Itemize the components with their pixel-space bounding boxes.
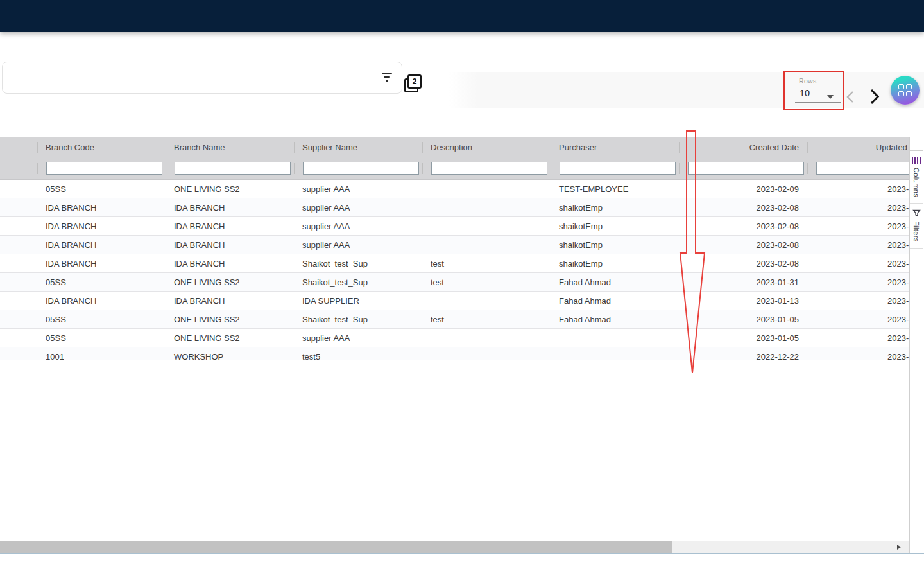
cell-row-select	[0, 180, 37, 198]
column-header-label: Branch Name	[174, 143, 225, 152]
table-row[interactable]: IDA BRANCHIDA BRANCHsupplier AAAshaikotE…	[0, 198, 909, 217]
column-header-updated-date[interactable]: Updated Date	[807, 137, 909, 158]
scrollbar-thumb[interactable]	[0, 541, 672, 553]
table-row[interactable]: 1001WORKSHOPtest52022-12-222023-	[0, 347, 909, 360]
cell-branch-code: 05SS	[37, 180, 166, 198]
cell-row-select	[0, 292, 37, 310]
vertical-scrollbar-stub[interactable]	[910, 137, 923, 151]
grid-header-row: Branch CodeBranch NameSupplier NameDescr…	[0, 137, 909, 158]
rows-per-page-select[interactable]: 10	[795, 87, 841, 103]
filter-input-branch-code[interactable]	[46, 162, 162, 175]
cell-updated-date: 2023-	[807, 347, 909, 360]
cell-updated-date: 2023-	[807, 292, 909, 310]
table-row[interactable]: IDA BRANCHIDA BRANCHShaikot_test_Suptest…	[0, 254, 909, 273]
column-header-row-select[interactable]	[0, 137, 37, 158]
cell-supplier-name: supplier AAA	[294, 236, 422, 254]
cell-updated-date: 2023-	[807, 310, 909, 328]
cell-branch-code: 05SS	[37, 273, 166, 291]
filter-cell[interactable]	[37, 158, 166, 179]
cell-branch-code: IDA BRANCH	[37, 254, 166, 272]
cell-branch-code: 1001	[37, 347, 166, 360]
scroll-right-arrow-icon[interactable]	[897, 545, 901, 550]
column-header-supplier-name[interactable]: Supplier Name	[294, 137, 422, 158]
column-header-label: Purchaser	[559, 143, 597, 152]
cell-row-select	[0, 329, 37, 347]
cell-branch-name: IDA BRANCH	[166, 254, 294, 272]
cell-row-select	[0, 273, 37, 291]
cell-supplier-name: supplier AAA	[294, 198, 422, 216]
cell-branch-name: ONE LIVING SS2	[166, 180, 294, 198]
apps-grid-button[interactable]	[891, 76, 920, 105]
grid-bottom-border	[0, 553, 924, 554]
funnel-icon	[912, 209, 921, 217]
horizontal-scrollbar[interactable]	[0, 541, 909, 553]
cell-created-date: 2023-01-05	[679, 329, 807, 347]
cell-purchaser: shaikotEmp	[551, 217, 679, 235]
search-box[interactable]	[2, 62, 402, 94]
table-row[interactable]: IDA BRANCHIDA BRANCHsupplier AAAshaikotE…	[0, 236, 909, 254]
table-row[interactable]: IDA BRANCHIDA BRANCHsupplier AAAshaikotE…	[0, 217, 909, 236]
column-header-branch-code[interactable]: Branch Code	[37, 137, 166, 158]
cell-purchaser	[551, 347, 679, 360]
next-page-button[interactable]	[868, 88, 882, 105]
cell-branch-code: IDA BRANCH	[37, 292, 166, 310]
badge-count: 2	[407, 74, 422, 89]
cell-created-date: 2023-02-08	[679, 198, 807, 216]
cell-branch-name: IDA BRANCH	[166, 198, 294, 216]
column-bars-icon	[912, 157, 921, 164]
filter-input-created-date[interactable]	[688, 162, 804, 175]
cell-row-select	[0, 198, 37, 216]
column-header-purchaser[interactable]: Purchaser	[551, 137, 679, 158]
column-header-branch-name[interactable]: Branch Name	[166, 137, 294, 158]
filter-count-badge-icon[interactable]: 2	[404, 74, 422, 92]
table-row[interactable]: 05SSONE LIVING SS2Shaikot_test_SuptestFa…	[0, 310, 909, 329]
cell-branch-name: IDA BRANCH	[166, 292, 294, 310]
cell-updated-date: 2023-	[807, 329, 909, 347]
cell-created-date: 2023-01-05	[679, 310, 807, 328]
filter-list-icon[interactable]	[381, 72, 393, 82]
filter-cell[interactable]	[166, 158, 294, 179]
filter-cell[interactable]	[679, 158, 807, 179]
cell-purchaser: TEST-EMPLOYEE	[551, 180, 679, 198]
cell-description	[422, 329, 551, 347]
previous-page-button[interactable]	[844, 90, 857, 104]
filter-input-updated-date[interactable]	[816, 162, 909, 175]
table-row[interactable]: 05SSONE LIVING SS2supplier AAATEST-EMPLO…	[0, 180, 909, 198]
cell-purchaser	[551, 329, 679, 347]
cell-created-date: 2023-02-08	[679, 236, 807, 254]
grid-2x2-icon	[898, 84, 912, 96]
tab-columns[interactable]: Columns	[910, 151, 923, 204]
cell-created-date: 2022-12-22	[679, 347, 807, 360]
cell-description	[422, 180, 551, 198]
cell-description: test	[422, 254, 551, 272]
filter-cell[interactable]	[294, 158, 422, 179]
chevron-down-icon	[827, 95, 834, 99]
cell-updated-date: 2023-	[807, 217, 909, 235]
filter-cell[interactable]	[422, 158, 551, 179]
filter-input-purchaser[interactable]	[560, 162, 676, 175]
search-input[interactable]	[12, 67, 361, 88]
tab-filters[interactable]: Filters	[910, 204, 923, 249]
column-header-label: Description	[431, 143, 472, 152]
cell-supplier-name: Shaikot_test_Sup	[294, 254, 422, 272]
cell-branch-name: ONE LIVING SS2	[166, 310, 294, 328]
table-row[interactable]: 05SSONE LIVING SS2supplier AAA2023-01-05…	[0, 329, 909, 347]
data-grid: Branch CodeBranch NameSupplier NameDescr…	[0, 137, 909, 360]
cell-description	[422, 236, 551, 254]
cell-created-date: 2023-02-09	[679, 180, 807, 198]
cell-created-date: 2023-01-31	[679, 273, 807, 291]
column-header-created-date[interactable]: Created Date	[679, 137, 807, 158]
cell-supplier-name: supplier AAA	[294, 329, 422, 347]
filter-input-supplier-name[interactable]	[303, 162, 419, 175]
filter-input-branch-name[interactable]	[175, 162, 291, 175]
cell-supplier-name: Shaikot_test_Sup	[294, 310, 422, 328]
table-row[interactable]: 05SSONE LIVING SS2Shaikot_test_SuptestFa…	[0, 273, 909, 292]
column-header-description[interactable]: Description	[422, 137, 551, 158]
filter-cell[interactable]	[807, 158, 909, 179]
filter-cell[interactable]	[551, 158, 679, 179]
top-navbar	[0, 0, 924, 32]
table-row[interactable]: IDA BRANCHIDA BRANCHIDA SUPPLIERFahad Ah…	[0, 292, 909, 310]
rows-per-page-value: 10	[800, 88, 810, 98]
cell-branch-code: 05SS	[37, 310, 166, 328]
filter-input-description[interactable]	[431, 162, 547, 175]
